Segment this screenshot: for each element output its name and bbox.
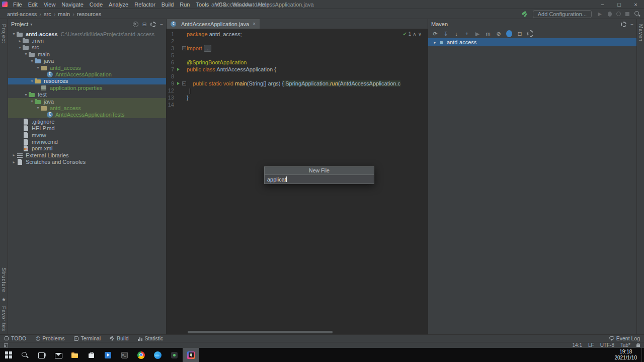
file-explorer-button[interactable] — [66, 348, 83, 362]
download-sources-icon[interactable]: ↓ — [453, 30, 459, 37]
breadcrumb-antd-access[interactable]: antd-access — [6, 11, 38, 17]
tree-chevron-icon[interactable]: ▾ — [11, 32, 17, 36]
next-issue-icon[interactable]: ∨ — [418, 31, 422, 37]
settings-gear-icon[interactable] — [150, 22, 156, 27]
stop-button[interactable] — [625, 12, 629, 16]
tree-item-test[interactable]: ▾test — [8, 92, 166, 98]
tree-chevron-icon[interactable]: ▾ — [23, 93, 29, 97]
search-button[interactable] — [17, 348, 33, 362]
close-tab-icon[interactable]: × — [253, 21, 256, 27]
menu-navigate[interactable]: Navigate — [58, 2, 86, 8]
menu-refactor[interactable]: Refactor — [131, 2, 158, 8]
project-tool-tab[interactable]: Project — [1, 24, 7, 43]
start-button[interactable] — [0, 348, 17, 362]
structure-tool-tab[interactable]: Structure — [1, 267, 7, 293]
tree-item-.gitignore[interactable]: .gitignore — [8, 118, 166, 125]
offline-mode-icon[interactable]: ⊘ — [496, 30, 502, 37]
tree-item-antdaccessapplication[interactable]: CAntdAccessApplication — [8, 71, 166, 77]
debug-button[interactable] — [608, 12, 612, 17]
menu-tools[interactable]: Tools — [193, 2, 212, 8]
run-gutter-icon[interactable] — [177, 82, 180, 85]
tree-item-antd_access[interactable]: ▾antd_access — [8, 64, 166, 71]
reimport-icon[interactable]: ⟳ — [432, 30, 438, 37]
indent-widget[interactable]: Tab* — [620, 342, 630, 348]
tree-item-antd_access[interactable]: ▾antd_access — [8, 105, 166, 111]
add-configuration-button[interactable]: Add Configuration... — [533, 10, 592, 18]
tree-item-pom.xml[interactable]: pom.xml — [8, 145, 166, 152]
tree-item-antd-access[interactable]: ▾antd-accessC:\Users\riki\IdeaProjects\a… — [8, 31, 166, 37]
intellij-idea-button[interactable] — [183, 348, 199, 362]
tree-chevron-icon[interactable]: ▾ — [17, 45, 23, 50]
task-view-button[interactable] — [33, 348, 50, 362]
chevron-down-icon[interactable]: ▾ — [30, 22, 32, 27]
event-log-tab[interactable]: Event Log — [609, 335, 640, 341]
search-everywhere-icon[interactable] — [634, 11, 641, 18]
minimize-button[interactable]: − — [594, 0, 611, 9]
tree-chevron-icon[interactable]: ▾ — [35, 106, 41, 110]
dev-app-button[interactable] — [166, 348, 183, 362]
tool-tab-todo[interactable]: TODO — [4, 335, 26, 341]
breadcrumb-main[interactable]: main — [57, 11, 71, 17]
tree-item-mvnw.cmd[interactable]: mvnw.cmd — [8, 138, 166, 145]
tree-item-mvnw[interactable]: mvnw — [8, 132, 166, 138]
skip-tests-icon[interactable] — [506, 30, 512, 37]
collapse-all-icon[interactable]: ⊟ — [142, 22, 146, 27]
store-button[interactable] — [83, 348, 100, 362]
line-separator-widget[interactable]: LF — [588, 342, 594, 348]
tool-window-toggle-icon[interactable] — [4, 343, 8, 347]
favorites-tool-tab[interactable]: Favorites — [1, 306, 7, 331]
tree-item-.mvn[interactable]: ▸.mvn — [8, 37, 166, 44]
tree-item-antdaccessapplicationtests[interactable]: CAntdAccessApplicationTests — [8, 112, 166, 118]
maven-goal-icon[interactable]: m — [485, 30, 491, 37]
generate-sources-icon[interactable]: ↧ — [443, 30, 449, 37]
terminal-button[interactable] — [116, 348, 133, 362]
editor-tab-antdaccessapplication[interactable]: C AntdAccessApplication.java × — [167, 19, 260, 29]
breadcrumb-src[interactable]: src — [43, 11, 52, 17]
tree-chevron-icon[interactable]: ▸ — [11, 153, 17, 157]
caret-position-widget[interactable]: 14:1 — [573, 342, 582, 348]
close-button[interactable]: × — [627, 0, 644, 9]
chrome-button[interactable] — [133, 348, 149, 362]
execute-goal-icon[interactable]: ▶ — [474, 30, 480, 37]
build-hammer-icon[interactable] — [521, 11, 528, 18]
prev-issue-icon[interactable]: ∧ — [413, 31, 416, 37]
tool-tab-terminal[interactable]: Terminal — [74, 335, 101, 341]
taskbar-clock[interactable]: 19:18 2021/1/10 — [610, 348, 642, 362]
fold-marker-icon[interactable]: + — [182, 46, 186, 50]
run-gutter-icon[interactable] — [177, 68, 180, 71]
menu-edit[interactable]: Edit — [25, 2, 41, 8]
tree-chevron-icon[interactable]: ▾ — [35, 65, 41, 70]
show-desktop-button[interactable] — [641, 348, 644, 362]
tree-item-help.md[interactable]: HELP.md — [8, 125, 166, 131]
menu-analyze[interactable]: Analyze — [106, 2, 131, 8]
tree-item-resources[interactable]: ▾resources — [8, 78, 166, 84]
locate-file-icon[interactable] — [133, 22, 138, 27]
chevron-right-icon[interactable]: ▸ — [432, 40, 438, 45]
run-button[interactable]: ▶ — [596, 11, 603, 18]
horizontal-scrollbar[interactable] — [188, 331, 333, 333]
tree-chevron-icon[interactable]: ▾ — [29, 79, 35, 83]
tree-item-main[interactable]: ▾main — [8, 51, 166, 57]
menu-build[interactable]: Build — [158, 2, 177, 8]
menu-code[interactable]: Code — [87, 2, 106, 8]
menu-view[interactable]: View — [41, 2, 59, 8]
inspections-widget[interactable]: ✔ 1 ∧ ∨ — [403, 31, 422, 37]
tree-item-external libraries[interactable]: ▸External Libraries — [8, 152, 166, 158]
tool-tab-build[interactable]: Build — [110, 335, 128, 341]
settings-gear-icon[interactable] — [621, 22, 626, 27]
add-maven-project-icon[interactable]: + — [464, 30, 470, 37]
profiler-button[interactable] — [616, 12, 621, 16]
menu-run[interactable]: Run — [177, 2, 193, 8]
fold-marker-icon[interactable]: + — [182, 81, 186, 85]
breadcrumb-resources[interactable]: resources — [76, 11, 102, 17]
tree-item-scratches and consoles[interactable]: ▸Scratches and Consoles — [8, 158, 166, 165]
tool-tab-problems[interactable]: Problems — [35, 335, 64, 341]
readonly-lock-icon[interactable] — [636, 344, 640, 347]
mail-button[interactable] — [50, 348, 66, 362]
collapse-all-icon[interactable]: ⊟ — [517, 30, 523, 37]
new-file-name-input[interactable]: applicat — [264, 174, 374, 184]
edge-button[interactable] — [149, 348, 166, 362]
maximize-button[interactable]: □ — [611, 0, 627, 9]
tree-chevron-icon[interactable]: ▾ — [23, 52, 29, 56]
maven-settings-icon[interactable] — [527, 30, 533, 37]
